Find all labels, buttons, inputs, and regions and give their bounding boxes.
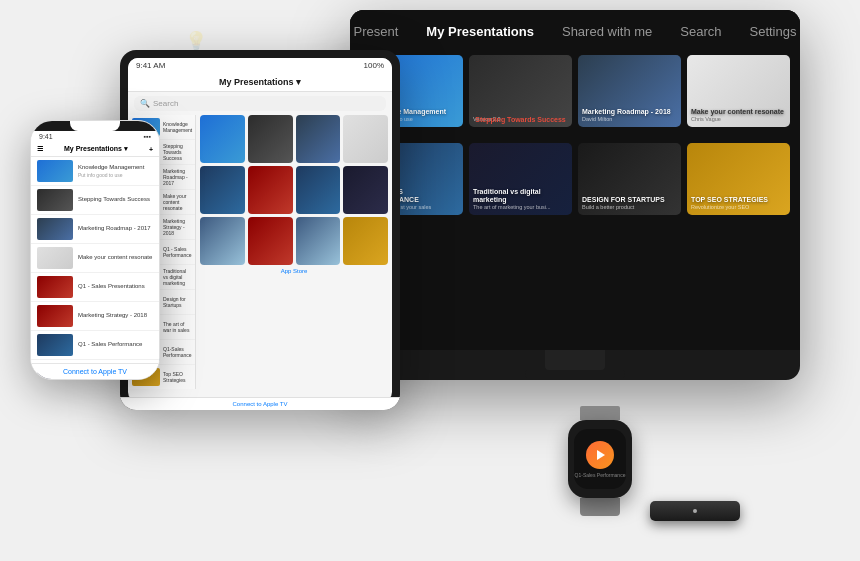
ipad-footer[interactable]: Connect to Apple TV bbox=[128, 397, 392, 402]
ipad-card-mkt[interactable] bbox=[296, 115, 341, 163]
ipad-label-chris: Make your content resonate bbox=[163, 193, 191, 211]
iphone-nav: ☰ My Presentations ▾ + bbox=[31, 142, 159, 157]
tv-card-steps[interactable]: Stepping Towards Success Version 2.0 bbox=[469, 55, 572, 127]
ipad-search[interactable]: 🔍 Search bbox=[134, 96, 386, 111]
iphone-title-chris: Make your content resonate bbox=[78, 254, 152, 262]
tv-card-mkt-sub: David Milton bbox=[582, 116, 677, 123]
iphone-list-item[interactable]: Make your content resonate bbox=[31, 244, 159, 273]
iphone-thumb-q1p bbox=[37, 334, 73, 356]
tv-card-seo-title: TOP SEO STRATEGIES bbox=[691, 196, 786, 204]
tv-nav-search[interactable]: Search bbox=[680, 24, 721, 39]
iphone-battery-icon: ▪▪▪ bbox=[144, 133, 151, 140]
ipad-label-mkt: Marketing Roadmap - 2017 bbox=[163, 168, 191, 186]
tv-card-seo[interactable]: TOP SEO STRATEGIES Revolutionize your SE… bbox=[687, 143, 790, 215]
iphone-add-icon[interactable]: + bbox=[149, 146, 153, 153]
apple-tv-led bbox=[693, 509, 697, 513]
iphone-thumb-km bbox=[37, 160, 73, 182]
iphone-list-item[interactable]: Q1 - Sales Performance bbox=[31, 331, 159, 360]
ipad-card-q1sales[interactable] bbox=[200, 166, 245, 214]
tv-card-chris-sub: Chris Vague bbox=[691, 116, 786, 123]
tv-card-chris[interactable]: Make your content resonate Chris Vague bbox=[687, 55, 790, 127]
iphone-title-q1s: Q1 - Sales Presentations bbox=[78, 283, 145, 291]
iphone-thumb-steps bbox=[37, 189, 73, 211]
apple-tv-box bbox=[650, 501, 740, 521]
iphone-title-steps: Stepping Towards Success bbox=[78, 196, 150, 204]
tv-nav-my-presentations[interactable]: My Presentations bbox=[426, 24, 534, 39]
iphone-list-item[interactable]: Q1 - Sales Presentations bbox=[31, 273, 159, 302]
ipad-card-chris[interactable] bbox=[343, 115, 388, 163]
ipad-appstore-link[interactable]: App Store bbox=[196, 265, 392, 277]
tv-grid-row1: Knowledge Management Put info good to us… bbox=[350, 49, 800, 133]
iphone-list-item[interactable]: Knowledge ManagementPut info good to use bbox=[31, 157, 159, 186]
iphone-list-item[interactable]: Marketing Strategy - 2018 bbox=[31, 302, 159, 331]
tv-card-steps-title: Stepping Towards Success bbox=[469, 116, 572, 123]
ipad-card-trad[interactable] bbox=[343, 166, 388, 214]
tv-nav: Present My Presentations Shared with me … bbox=[350, 10, 800, 49]
iphone-screen: 9:41 ▪▪▪ ☰ My Presentations ▾ + Knowledg… bbox=[31, 131, 159, 379]
search-icon: 🔍 bbox=[140, 99, 150, 108]
ipad-grid-area: App Store bbox=[196, 115, 392, 389]
tv-nav-shared[interactable]: Shared with me bbox=[562, 24, 652, 39]
iphone-nav-title[interactable]: My Presentations ▾ bbox=[64, 145, 128, 153]
tv-nav-present[interactable]: Present bbox=[354, 24, 399, 39]
iphone-list-item[interactable]: Marketing Roadmap - 2017 bbox=[31, 215, 159, 244]
iphone-thumb-q1s bbox=[37, 276, 73, 298]
tv-card-trad-sub: The art of marketing your busi... bbox=[473, 204, 568, 211]
watch-band-bottom bbox=[580, 498, 620, 516]
ipad-card-q1s2[interactable] bbox=[296, 166, 341, 214]
watch-play-button[interactable] bbox=[586, 441, 614, 469]
tv-card-chris-title: Make your content resonate bbox=[691, 108, 786, 116]
watch-label: Q1-Sales Performance bbox=[575, 472, 626, 478]
tv-grid-row2: Q1 - SALES PERFORMANCE Key tips to boost… bbox=[350, 137, 800, 221]
iphone: 9:41 ▪▪▪ ☰ My Presentations ▾ + Knowledg… bbox=[30, 120, 160, 380]
ipad-label-mktst: Marketing Strategy - 2018 bbox=[163, 218, 191, 236]
ipad-card-designst[interactable] bbox=[200, 217, 245, 265]
ipad-label-seo: Top SEO Strategies bbox=[163, 371, 191, 383]
ipad-label-steps: Stepping Towards Success bbox=[163, 143, 191, 161]
tv-card-design[interactable]: DESIGN FOR STARTUPS Build a better produ… bbox=[578, 143, 681, 215]
tv-card-mkt-title: Marketing Roadmap - 2018 bbox=[582, 108, 677, 116]
ipad-time: 9:41 AM bbox=[136, 61, 165, 70]
ipad-label-q1p: Q1-Sales Performance bbox=[163, 346, 192, 358]
watch-band-top bbox=[580, 406, 620, 420]
iphone-status-bar: 9:41 ▪▪▪ bbox=[31, 131, 159, 142]
tv-card-mkt[interactable]: Marketing Roadmap - 2018 David Milton bbox=[578, 55, 681, 127]
ipad-grid bbox=[196, 115, 392, 265]
iphone-title-mkt: Marketing Roadmap - 2017 bbox=[78, 225, 151, 233]
ipad-card-km[interactable] bbox=[200, 115, 245, 163]
tv-nav-settings[interactable]: Settings bbox=[750, 24, 797, 39]
watch-screen: Q1-Sales Performance bbox=[574, 429, 626, 489]
ipad-label-aoe: The art of war in sales bbox=[163, 321, 191, 333]
ipad-card-designst2[interactable] bbox=[296, 217, 341, 265]
iphone-title-km: Knowledge Management bbox=[78, 164, 144, 172]
tv-stand bbox=[545, 350, 605, 370]
deco-lightbulb-icon: 💡 bbox=[185, 30, 207, 52]
ipad-screen: 9:41 AM 100% My Presentations ▾ 🔍 Search… bbox=[128, 58, 392, 402]
ipad: 9:41 AM 100% My Presentations ▾ 🔍 Search… bbox=[120, 50, 400, 410]
ipad-nav-title[interactable]: My Presentations ▾ bbox=[128, 73, 392, 92]
ipad-status-bar: 9:41 AM 100% bbox=[128, 58, 392, 73]
tv-screen: Present My Presentations Shared with me … bbox=[350, 10, 800, 350]
ipad-card-aoe[interactable] bbox=[248, 217, 293, 265]
tv-card-trad[interactable]: Traditional vs digital marketing The art… bbox=[469, 143, 572, 215]
iphone-title-mktst: Marketing Strategy - 2018 bbox=[78, 312, 147, 320]
ipad-label-km: Knowledge Management bbox=[163, 121, 192, 133]
iphone-thumb-mktst bbox=[37, 305, 73, 327]
iphone-presentation-list: Knowledge ManagementPut info good to use… bbox=[31, 157, 159, 379]
ipad-card-mktst[interactable] bbox=[248, 166, 293, 214]
iphone-time: 9:41 bbox=[39, 133, 53, 140]
tv-monitor: Present My Presentations Shared with me … bbox=[350, 10, 800, 380]
tv-card-design-title: DESIGN FOR STARTUPS bbox=[582, 196, 677, 204]
iphone-list-item[interactable]: Stepping Towards Success bbox=[31, 186, 159, 215]
iphone-thumb-mkt bbox=[37, 218, 73, 240]
ipad-card-topseo[interactable] bbox=[343, 217, 388, 265]
watch-play-icon bbox=[597, 450, 605, 460]
ipad-battery: 100% bbox=[364, 61, 384, 70]
ipad-card-steps[interactable] bbox=[248, 115, 293, 163]
tv-base bbox=[525, 370, 625, 378]
ipad-label-q1s: Q1 - Sales Performance bbox=[163, 246, 192, 258]
iphone-back-icon: ☰ bbox=[37, 145, 43, 153]
tv-card-trad-title: Traditional vs digital marketing bbox=[473, 188, 568, 205]
iphone-footer[interactable]: Connect to Apple TV bbox=[31, 363, 159, 379]
iphone-title-q1p: Q1 - Sales Performance bbox=[78, 341, 142, 349]
